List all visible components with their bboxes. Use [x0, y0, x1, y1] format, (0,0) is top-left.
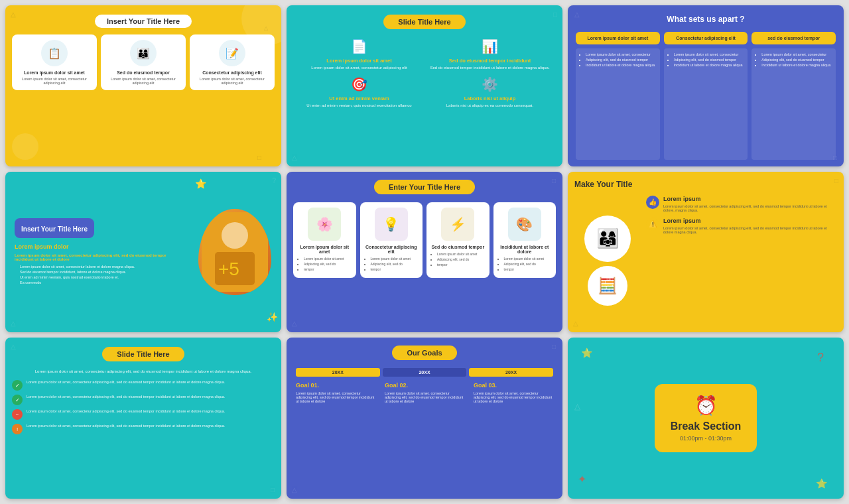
clock-icon: ⏰ [671, 395, 742, 416]
svg-text:+5: +5 [218, 259, 239, 279]
star-deco-9a: ⭐ [581, 347, 592, 358]
bullet-4: Ea commodo [15, 281, 182, 284]
feature-2: 📊 Sed do eiusmod tempor incididunt Sed d… [428, 38, 552, 70]
star-deco-2: ✨ [267, 312, 278, 322]
slide1-card-1: 📋 Lorem ipsum dolor sit amet Lorem ipsum… [12, 34, 97, 90]
col3-header: sed do eiusmod tempor [751, 32, 836, 44]
slide2-title: Slide Title Here [383, 15, 465, 29]
slide-3: What sets us apart ? Lorem ipsum dolor s… [568, 5, 844, 166]
slide5-card-2: 💡 Consectetur adipiscing elit Lorem ipsu… [360, 202, 423, 278]
slide4-title: Insert Your Title Here [21, 225, 88, 233]
year-2: 20XX [383, 368, 467, 377]
check-green-icon-2: ✓ [12, 395, 23, 405]
goal2-text: Lorem ipsum dolor sit amet, consectetur … [385, 391, 464, 403]
col3-item1: Lorem ipsum dolor sit amet, consectetur [761, 52, 832, 56]
slide-6: Make Your Title 👨‍👩‍👧 🧮 👍 Lorem ipsum Lo… [568, 172, 844, 333]
people-icon: 👨‍👩‍👦 [130, 40, 157, 66]
col-1: Lorem ipsum dolor sit amet Lorem ipsum d… [576, 32, 660, 160]
slide7-checklist: ✓ Lorem ipsum dolor sit amet, consectetu… [12, 380, 275, 434]
slide1-card-2: 👨‍👩‍👦 Sed do eiusmod tempor Lorem ipsum … [101, 34, 186, 90]
notes-icon: 📝 [219, 40, 245, 66]
year-1: 20XX [296, 368, 380, 377]
warning-icon: ⚠️ [646, 218, 659, 231]
slide8-goals: Goal 01. Lorem ipsum dolor sit amet, con… [296, 382, 553, 403]
s5c3b2: Adipiscing elit, sed do [437, 257, 486, 261]
slide-8: Our Goals 20XX 20XX 20XX Goal 01. Lorem … [287, 338, 562, 499]
star-deco: ⭐ [195, 178, 206, 189]
col1-body: Lorem ipsum dolor sit amet, consectetur … [576, 48, 660, 160]
check1-text: Lorem ipsum dolor sit amet, consectetur … [27, 380, 225, 384]
col3-item2: Adipiscing elit, sed do eiusmod tempor [761, 58, 832, 62]
s5card2-bullets: Lorem ipsum dolor sit amet Adipiscing el… [364, 257, 419, 273]
col1-item2: Adipiscing elit, sed do eiusmod tempor [586, 58, 657, 62]
slide8-timeline: 20XX 20XX 20XX [296, 368, 553, 377]
photo-circle: +5 [198, 209, 271, 295]
s5card1-title: Lorem ipsum dolor sit amet [297, 245, 352, 254]
feat2-title: Sed do eiusmod tempor incididunt [449, 58, 531, 64]
feature-4: ⚙️ Laboris nisi ut aliquip Laboris nisi … [428, 76, 552, 107]
slide5-title: Enter Your Title Here [374, 180, 475, 194]
slide-7: Slide Title Here Lorem ipsum dolor sit a… [5, 338, 281, 499]
text-block-2: ⚠️ Lorem ipsum Lorem ipsum dolor sit ame… [646, 218, 837, 234]
target-icon: 🎯 [351, 76, 367, 92]
slide5-cards: 🌸 Lorem ipsum dolor sit amet Lorem ipsum… [293, 202, 556, 278]
text-block-1: 👍 Lorem ipsum Lorem ipsum dolor sit amet… [646, 196, 837, 212]
thumb-up-icon: 👍 [646, 196, 659, 209]
slide6-content: 👨‍👩‍👧 🧮 👍 Lorem ipsum Lorem ipsum dolor … [574, 196, 837, 326]
goal3-label: Goal 03. [474, 382, 553, 389]
slide2-features: 📄 Lorem ipsum dolor sit amet Lorem ipsum… [297, 38, 552, 107]
col1-header: Lorem ipsum dolor sit amet [576, 32, 660, 44]
question-deco: ? [817, 351, 824, 365]
thumb-1: 🌸 [308, 208, 341, 241]
check3-text: Lorem ipsum dolor sit amet, consectetur … [27, 409, 225, 413]
s5c2b2: Adipiscing elit, sed do [371, 262, 419, 266]
slide4-subtitle: Lorem ipsum dolor [15, 243, 182, 250]
slide8-title: Our Goals [392, 346, 456, 360]
chart-icon: 📊 [482, 38, 498, 54]
feat4-text: Laboris nisi ut aliquip ex ea commodo co… [446, 103, 533, 107]
col2-body: Lorem ipsum dolor sit amet, consectetur … [664, 48, 748, 160]
star-deco-9c: ⭐ [816, 478, 827, 489]
block1-title: Lorem ipsum [663, 196, 837, 202]
check2-text: Lorem ipsum dolor sit amet, consectetur … [27, 395, 225, 399]
block1-text: Lorem ipsum dolor sit amet, consectetur … [663, 204, 837, 212]
slide6-right: 👍 Lorem ipsum Lorem ipsum dolor sit amet… [646, 196, 837, 326]
feat3-text: Ut enim ad minim veniam, quis nostrud ex… [306, 103, 411, 107]
s5c1b3: tempor [304, 267, 352, 271]
s5c2b3: tempor [371, 267, 419, 271]
goal-3: Goal 03. Lorem ipsum dolor sit amet, con… [474, 382, 553, 403]
break-box: ⏰ Break Section 01:00pm - 01:30pm [655, 384, 757, 452]
slide-9: ⭐ ? ✦ ⭐ △ ⏰ Break Section 01:00pm - 01:3… [568, 338, 844, 499]
card1-title: Lorem ipsum dolor sit amet [24, 70, 85, 75]
slide1-title: Insert Your Title Here [95, 15, 192, 28]
year-3: 20XX [469, 368, 553, 377]
slide-2: Slide Title Here 📄 Lorem ipsum dolor sit… [287, 5, 562, 166]
slide6-left: 👨‍👩‍👧 🧮 [574, 196, 641, 326]
feat1-text: Lorem ipsum dolor sit amet, consectetur … [311, 66, 407, 70]
s5c4b1: Lorem ipsum dolor sit amet [504, 257, 553, 261]
check4-text: Lorem ipsum dolor sit amet, consectetur … [27, 424, 225, 428]
col3-body: Lorem ipsum dolor sit amet, consectetur … [751, 48, 836, 160]
feat4-title: Laboris nisi ut aliquip [464, 95, 516, 101]
slide4-highlight: Lorem ipsum dolor sit amet, consectetur … [15, 253, 182, 261]
slide1-cards-row: 📋 Lorem ipsum dolor sit amet Lorem ipsum… [12, 34, 275, 90]
check-item-4: ! Lorem ipsum dolor sit amet, consectetu… [12, 424, 275, 434]
goal1-text: Lorem ipsum dolor sit amet, consectetur … [296, 391, 375, 403]
calculator-illustration: 🧮 [588, 266, 627, 306]
s5card1-bullets: Lorem ipsum dolor sit amet Adipiscing el… [297, 257, 352, 273]
slide4-title-box: Insert Your Title Here [15, 218, 94, 238]
check-item-2: ✓ Lorem ipsum dolor sit amet, consectetu… [12, 395, 275, 405]
doc-icon: 📄 [351, 38, 367, 54]
block2-title: Lorem ipsum [663, 218, 837, 224]
s5c3b3: tempor [437, 263, 486, 267]
thumb-4: 🎨 [508, 208, 541, 241]
goal3-text: Lorem ipsum dolor sit amet, consectetur … [474, 391, 553, 403]
goal1-label: Goal 01. [296, 382, 375, 389]
break-title: Break Section [671, 420, 742, 432]
gear-icon: ⚙️ [482, 76, 498, 92]
goal-1: Goal 01. Lorem ipsum dolor sit amet, con… [296, 382, 375, 403]
slide7-title: Slide Title Here [102, 347, 184, 361]
thumb-2: 💡 [375, 208, 408, 241]
slide5-card-3: ⚡ Sed do eiusmod tempor Lorem ipsum dolo… [426, 202, 490, 278]
col3-item3: Incididunt ut labore et dolore magna ali… [761, 63, 832, 67]
